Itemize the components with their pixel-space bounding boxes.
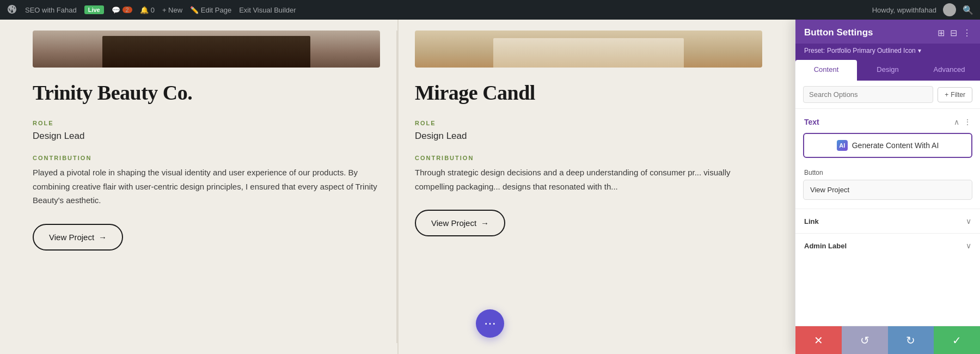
link-section-chevron: ∨ xyxy=(966,217,971,225)
filter-label: Filter xyxy=(951,91,965,99)
site-name[interactable]: SEO with Fahad xyxy=(25,6,77,14)
text-section-more-icon[interactable]: ⋮ xyxy=(964,118,971,126)
panel-body: Text ∧ ⋮ AI Generate Content With AI But… xyxy=(795,109,980,326)
undo-button[interactable]: ↺ xyxy=(842,326,888,354)
columns-icon[interactable]: ⊟ xyxy=(950,28,957,38)
new-button[interactable]: + New xyxy=(162,6,182,14)
card2-contribution-label: CONTRIBUTION xyxy=(415,155,762,161)
preset-value: Portfolio Primary Outlined Icon xyxy=(827,47,916,54)
user-avatar xyxy=(943,3,956,16)
card2-btn-label: View Project xyxy=(431,218,476,228)
pencil-icon: ✏️ xyxy=(190,6,199,14)
filter-icon: + xyxy=(945,91,948,99)
search-icon[interactable]: 🔍 xyxy=(963,5,973,15)
admin-label-chevron: ∨ xyxy=(966,241,971,250)
confirm-button[interactable]: ✓ xyxy=(934,326,980,354)
admin-label-title: Admin Label xyxy=(804,242,847,250)
text-section-icons: ∧ ⋮ xyxy=(954,118,971,126)
howdy-label: Howdy, wpwithfahad xyxy=(872,6,936,14)
card2-view-project-button[interactable]: View Project → xyxy=(415,210,505,236)
wp-icon[interactable] xyxy=(7,4,17,16)
fab-icon: ⋯ xyxy=(484,316,496,331)
filter-button[interactable]: + Filter xyxy=(938,87,972,102)
panel-header-icons: ⊞ ⊟ ⋮ xyxy=(938,28,971,38)
card2-role-label: ROLE xyxy=(415,120,762,126)
card1-role-value: Design Lead xyxy=(33,131,380,142)
ai-generate-label: Generate Content With AI xyxy=(852,141,939,150)
button-text-input[interactable] xyxy=(803,180,972,200)
portfolio-card-1: Trinity Beauty Co. ROLE Design Lead CONT… xyxy=(16,20,396,354)
text-section-title: Text xyxy=(804,118,819,126)
comment-icon: 💬 xyxy=(112,6,120,14)
fab-button[interactable]: ⋯ xyxy=(476,309,504,338)
admin-label-section[interactable]: Admin Label ∨ xyxy=(795,233,980,258)
portfolio-card-2: Mirage Candl ROLE Design Lead CONTRIBUTI… xyxy=(397,20,779,354)
live-badge: Live xyxy=(84,5,104,14)
edit-page-button[interactable]: ✏️ Edit Page xyxy=(190,6,231,14)
redo-icon: ↻ xyxy=(906,334,915,347)
link-section-title: Link xyxy=(804,217,819,225)
cancel-button[interactable]: ✕ xyxy=(795,326,842,354)
text-section-collapse-icon[interactable]: ∧ xyxy=(954,118,959,126)
preset-chevron: ▾ xyxy=(918,47,921,54)
preset-label: Preset: xyxy=(804,47,825,54)
card2-title: Mirage Candl xyxy=(415,81,762,105)
card2-btn-arrow: → xyxy=(481,218,489,228)
panel-search: + Filter xyxy=(795,81,980,109)
card1-btn-arrow: → xyxy=(99,233,107,242)
panel-title: Button Settings xyxy=(804,27,873,38)
undo-icon: ↺ xyxy=(860,334,869,347)
card1-contribution-text: Played a pivotal role in shaping the vis… xyxy=(33,166,380,207)
card1-role-label: ROLE xyxy=(33,120,380,126)
ai-icon: AI xyxy=(837,140,848,151)
tab-advanced[interactable]: Advanced xyxy=(918,60,980,81)
comments-count[interactable]: 💬 2 xyxy=(112,6,132,14)
resize-icon[interactable]: ⊞ xyxy=(938,28,945,38)
redo-button[interactable]: ↻ xyxy=(888,326,934,354)
card-image-1 xyxy=(33,30,380,68)
panel-tabs: Content Design Advanced xyxy=(795,60,980,81)
ai-generate-button[interactable]: AI Generate Content With AI xyxy=(803,133,972,158)
button-field-label: Button xyxy=(795,167,980,180)
search-options-input[interactable] xyxy=(803,86,933,103)
settings-panel: Button Settings ⊞ ⊟ ⋮ Preset: Portfolio … xyxy=(795,20,980,354)
link-section[interactable]: Link ∨ xyxy=(795,209,980,233)
page-content: Trinity Beauty Co. ROLE Design Lead CONT… xyxy=(0,20,980,354)
card-image-2 xyxy=(415,30,762,68)
card1-title: Trinity Beauty Co. xyxy=(33,81,380,105)
panel-header: Button Settings ⊞ ⊟ ⋮ xyxy=(795,20,980,44)
cancel-icon: ✕ xyxy=(814,334,823,347)
card1-btn-label: View Project xyxy=(49,233,94,242)
admin-bar: SEO with Fahad Live 💬 2 🔔 0 + New ✏️ Edi… xyxy=(0,0,980,20)
panel-preset[interactable]: Preset: Portfolio Primary Outlined Icon … xyxy=(795,44,980,60)
card2-contribution-text: Through strategic design decisions and a… xyxy=(415,166,762,193)
exit-vb-button[interactable]: Exit Visual Builder xyxy=(239,6,296,14)
text-section-header: Text ∧ ⋮ xyxy=(795,109,980,133)
confirm-icon: ✓ xyxy=(952,334,961,347)
notifications-count[interactable]: 🔔 0 xyxy=(140,6,155,14)
notif-icon: 🔔 xyxy=(140,6,149,14)
panel-footer: ✕ ↺ ↻ ✓ xyxy=(795,326,980,354)
tab-content[interactable]: Content xyxy=(795,60,857,81)
cards-container: Trinity Beauty Co. ROLE Design Lead CONT… xyxy=(0,20,795,354)
card1-contribution-label: CONTRIBUTION xyxy=(33,155,380,161)
more-icon[interactable]: ⋮ xyxy=(963,28,971,38)
tab-design[interactable]: Design xyxy=(857,60,918,81)
card1-view-project-button[interactable]: View Project → xyxy=(33,224,123,251)
card2-role-value: Design Lead xyxy=(415,131,762,142)
